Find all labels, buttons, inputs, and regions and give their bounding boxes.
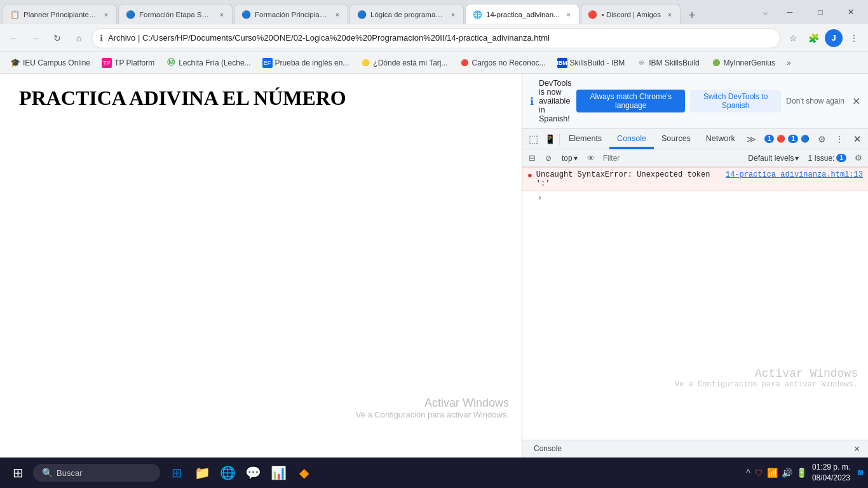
tab-close-tab4[interactable]: × bbox=[448, 10, 458, 20]
taskbar-app-whatsapp[interactable]: 💬 bbox=[241, 461, 264, 484]
bookmark-lechita[interactable]: Ⓜ Lechita Fría (Leche... bbox=[161, 55, 255, 71]
browser-tab-tab2[interactable]: 🔵 Formación Etapa Sele:... × bbox=[118, 4, 233, 24]
tab-close-tab5[interactable]: × bbox=[564, 10, 574, 20]
browser-tab-tab3[interactable]: 🔵 Formación Principiant... × bbox=[234, 4, 348, 24]
bookmark-favicon-skillsbuild: IBM bbox=[557, 58, 567, 68]
taskbar-apps: ⊞ 📁 🌐 💬 📊 ◆ bbox=[165, 461, 315, 484]
bookmarks-more-button[interactable]: » bbox=[783, 56, 795, 70]
taskbar-search[interactable]: 🔍 Buscar bbox=[33, 464, 160, 482]
drawer-close-button[interactable]: ✕ bbox=[850, 443, 863, 456]
tab-favicon-tab3: 🔵 bbox=[241, 10, 251, 20]
devtools-panel-toggle[interactable]: ⊟ bbox=[525, 151, 539, 165]
tab-close-tab3[interactable]: × bbox=[332, 10, 342, 20]
tab-close-tab2[interactable]: × bbox=[217, 10, 227, 20]
switch-devtools-button[interactable]: Switch DevTools to Spanish bbox=[690, 90, 781, 112]
expand-arrow-icon: › bbox=[538, 194, 542, 203]
taskbar-app-files[interactable]: 📁 bbox=[191, 461, 214, 484]
browser-tab-tab1[interactable]: 📋 Planner Principiante d... × bbox=[3, 4, 117, 24]
match-language-button[interactable]: Always match Chrome's language bbox=[576, 90, 685, 112]
bookmark-ieu[interactable]: 🎓 IEU Campus Online bbox=[5, 55, 95, 71]
console-expand-row[interactable]: › bbox=[522, 191, 868, 205]
taskbar-antivirus-icon[interactable]: 🛡 bbox=[754, 468, 763, 478]
bookmark-innergenius[interactable]: 🟢 MyInnerGenius bbox=[706, 55, 780, 71]
filter-input[interactable] bbox=[600, 152, 742, 165]
activate-watermark: Activar Windows Ve a Configuración para … bbox=[356, 396, 509, 419]
security-icon: ℹ bbox=[100, 33, 103, 43]
dont-show-again-button[interactable]: Don't show again bbox=[786, 97, 844, 105]
context-selector[interactable]: top ▾ bbox=[558, 152, 581, 164]
tab-close-tab1[interactable]: × bbox=[101, 10, 111, 20]
devtools-more-button[interactable]: ⋮ bbox=[831, 131, 848, 147]
minimize-button[interactable]: ─ bbox=[775, 3, 804, 22]
eye-icon-button[interactable]: 👁 bbox=[584, 151, 598, 165]
taskbar-app-widgets[interactable]: ⊞ bbox=[165, 461, 188, 484]
home-button[interactable]: ⌂ bbox=[70, 29, 88, 47]
taskbar-clock[interactable]: 01:29 p. m. 08/04/2023 bbox=[812, 462, 850, 484]
profile-button[interactable]: J bbox=[825, 29, 843, 47]
toolbar-separator bbox=[559, 133, 560, 146]
browser-tab-tab6[interactable]: 🔴 • Discord | Amigos × bbox=[581, 4, 681, 24]
bookmark-cargos[interactable]: 🔴 Cargos no Reconoc... bbox=[454, 55, 551, 71]
bookmark-favicon-lechita: Ⓜ bbox=[166, 58, 176, 68]
refresh-button[interactable]: ↻ bbox=[48, 29, 66, 47]
bookmark-favicon-ieu: 🎓 bbox=[10, 58, 20, 68]
devtools-toolbar: ⬚ 📱 Elements Console Sources Network ≫ 1… bbox=[522, 129, 868, 149]
clear-console-button[interactable]: ⊘ bbox=[541, 151, 555, 165]
new-tab-button[interactable]: + bbox=[683, 6, 701, 24]
watermark-title: Activar Windows bbox=[675, 367, 858, 380]
browser-tab-tab4[interactable]: 🔵 Lógica de programaci... × bbox=[349, 4, 464, 24]
context-arrow-icon: ▾ bbox=[574, 154, 578, 163]
taskbar-sys-icons: ^ 🛡 📶 🔊 🔋 bbox=[746, 468, 807, 478]
bookmark-button[interactable]: ☆ bbox=[784, 29, 802, 47]
bookmark-favicon-cargos: 🔴 bbox=[459, 58, 470, 68]
taskbar-app-chrome[interactable]: 🌐 bbox=[216, 461, 239, 484]
notification-close-button[interactable]: ✕ bbox=[852, 95, 860, 107]
taskbar-app-sublime[interactable]: ◆ bbox=[292, 461, 315, 484]
taskbar-search-text: Buscar bbox=[57, 468, 82, 478]
console-filter-toolbar: ⊟ ⊘ top ▾ 👁 Default levels ▾ 1 Issue: 1 … bbox=[522, 149, 868, 167]
error-source-link[interactable]: 14-practica_adivinanza.html:13 bbox=[726, 170, 863, 179]
windows-watermark: Activar Windows Ve a Configuración para … bbox=[675, 367, 858, 389]
notification-badge[interactable] bbox=[858, 470, 863, 475]
extension-button[interactable]: 🧩 bbox=[804, 29, 822, 47]
device-toolbar-button[interactable]: 📱 bbox=[541, 131, 558, 147]
taskbar-app-excel[interactable]: 📊 bbox=[267, 461, 290, 484]
taskbar-chevron-icon[interactable]: ^ bbox=[746, 468, 750, 478]
tab-favicon-tab2: 🔵 bbox=[125, 10, 135, 20]
window-controls: ⌵ ─ □ ✕ bbox=[756, 3, 865, 22]
tab-network[interactable]: Network bbox=[698, 129, 743, 149]
maximize-button[interactable]: □ bbox=[806, 3, 835, 22]
browser-tab-tab5[interactable]: 🌐 14-practica_adivinan... × bbox=[465, 4, 580, 24]
taskbar-sound-icon[interactable]: 🔊 bbox=[782, 468, 792, 478]
taskbar-battery-icon[interactable]: 🔋 bbox=[796, 468, 807, 478]
bookmark-ef[interactable]: EF Prueba de inglés en... bbox=[257, 55, 355, 71]
bookmark-donde[interactable]: 🟡 ¿Dónde está mi Tarj... bbox=[355, 55, 452, 71]
url-bar[interactable]: ℹ Archivo | C:/Users/HP/Documents/Curso%… bbox=[92, 28, 780, 48]
tab-close-tab6[interactable]: × bbox=[665, 10, 675, 20]
devtools-settings-button[interactable]: ⚙ bbox=[813, 131, 830, 147]
start-button[interactable]: ⊞ bbox=[5, 460, 31, 485]
bookmark-label-ef: Prueba de inglés en... bbox=[275, 58, 349, 67]
tab-console[interactable]: Console bbox=[609, 129, 654, 149]
bookmark-tp[interactable]: TP TP Platform bbox=[97, 55, 159, 71]
close-button[interactable]: ✕ bbox=[836, 3, 865, 22]
taskbar-wifi-icon[interactable]: 📶 bbox=[767, 468, 778, 478]
bookmarks-bar: 🎓 IEU Campus Online TP TP Platform Ⓜ Lec… bbox=[0, 52, 868, 74]
default-levels-selector[interactable]: Default levels ▾ bbox=[744, 152, 803, 164]
more-tabs-button[interactable]: ≫ bbox=[743, 129, 760, 149]
tab-elements[interactable]: Elements bbox=[561, 129, 609, 149]
devtools-close-button[interactable]: ✕ bbox=[849, 131, 865, 147]
title-bar: 📋 Planner Principiante d... × 🔵 Formació… bbox=[0, 0, 868, 24]
error-circle-icon: ● bbox=[527, 171, 532, 180]
tab-sources[interactable]: Sources bbox=[654, 129, 698, 149]
inspect-element-button[interactable]: ⬚ bbox=[525, 131, 541, 147]
bookmark-ibm[interactable]: ♾ IBM SkillsBuild bbox=[631, 55, 704, 71]
page-heading: PRACTICA ADIVINA EL NÚMERO bbox=[19, 86, 503, 110]
back-button[interactable]: ← bbox=[5, 29, 23, 47]
drawer-console-tab[interactable]: Console bbox=[527, 442, 568, 457]
console-gear-button[interactable]: ⚙ bbox=[851, 151, 865, 165]
tab-favicon-tab4: 🔵 bbox=[356, 10, 367, 20]
menu-button[interactable]: ⋮ bbox=[845, 29, 863, 47]
bookmark-skillsbuild[interactable]: IBM SkillsBuild - IBM bbox=[552, 55, 630, 71]
forward-button[interactable]: → bbox=[27, 29, 44, 47]
